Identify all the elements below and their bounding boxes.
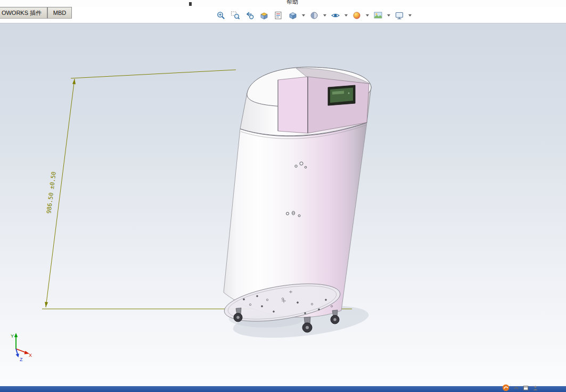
dimension-arrow-bottom <box>45 302 48 307</box>
apply-scene-icon[interactable] <box>372 9 384 22</box>
heads-up-view-toolbar <box>215 8 414 22</box>
view-orientation-dropdown[interactable] <box>301 9 306 22</box>
solidworks-window: 帮助 OWORKS 插件 MBD <box>0 0 566 392</box>
y-axis-arrow <box>14 333 18 337</box>
view-settings-icon[interactable] <box>393 9 406 22</box>
view-settings-dropdown[interactable] <box>407 9 412 22</box>
dimension-arrow-top <box>72 79 76 84</box>
graphics-area[interactable]: 986.50 ±0.50 <box>0 23 566 386</box>
windows-taskbar[interactable] <box>0 386 566 392</box>
zoom-to-fit-icon[interactable] <box>215 9 227 22</box>
control-display[interactable] <box>328 85 355 105</box>
model-canvas[interactable]: 986.50 ±0.50 <box>0 23 566 386</box>
previous-view-icon[interactable] <box>243 9 256 22</box>
dimension-text[interactable]: 986.50 ±0.50 <box>45 171 58 214</box>
inner-panel-left[interactable] <box>278 77 308 133</box>
tab-label: MBD <box>53 10 66 16</box>
dynamic-annotation-views-icon[interactable] <box>272 9 285 22</box>
x-axis-label: X <box>29 353 32 358</box>
apply-scene-dropdown[interactable] <box>386 9 391 22</box>
display-style-icon[interactable] <box>308 9 321 22</box>
tab-mbd[interactable]: MBD <box>47 7 72 19</box>
y-axis-label: Y <box>11 333 14 339</box>
display-style-dropdown[interactable] <box>322 9 327 22</box>
person-icon[interactable] <box>532 385 538 391</box>
hide-show-items-dropdown[interactable] <box>343 9 348 22</box>
section-view-icon[interactable] <box>258 9 270 22</box>
zoom-to-area-icon[interactable] <box>229 9 242 22</box>
model-3d[interactable] <box>222 67 372 332</box>
z-axis-arrow <box>16 354 19 357</box>
reference-triad: Y X Z <box>11 333 32 362</box>
window-icon[interactable] <box>523 385 529 391</box>
edit-appearance-icon[interactable] <box>350 9 363 22</box>
menu-artifact <box>189 2 192 6</box>
menu-strip: 帮助 <box>0 0 566 7</box>
z-axis-label: Z <box>20 357 23 362</box>
view-orientation-icon[interactable] <box>286 9 299 22</box>
menu-item-help[interactable]: 帮助 <box>286 0 298 6</box>
chevron-up-icon[interactable] <box>513 385 519 391</box>
hide-show-items-icon[interactable] <box>329 9 342 22</box>
system-tray <box>502 384 538 391</box>
orange-logo-icon[interactable] <box>502 384 510 391</box>
tab-solidworks-addins[interactable]: OWORKS 插件 <box>0 7 47 19</box>
tab-label: OWORKS 插件 <box>2 9 42 17</box>
edit-appearance-dropdown[interactable] <box>365 9 370 22</box>
